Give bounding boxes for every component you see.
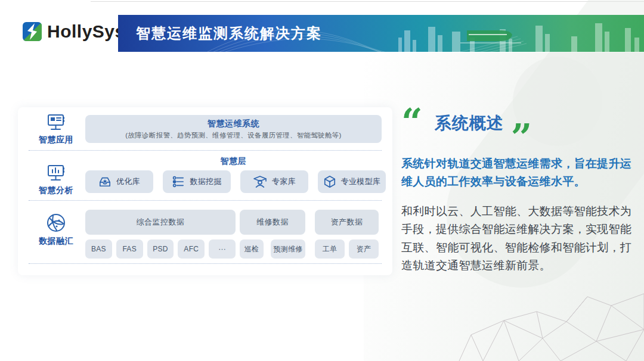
cube-icon (323, 175, 336, 188)
monitor-dashboard-icon (46, 113, 66, 132)
open-quote-icon: “ (401, 104, 423, 141)
layer-title: 智慧层 (85, 156, 382, 167)
box-label: 专业模型库 (341, 176, 381, 187)
row-data-fusion: 数据融汇 (30, 212, 82, 247)
asset-data-sources: 工单 资产 (315, 239, 379, 259)
polygon-mesh-decoration (447, 286, 644, 361)
close-quote-icon: ” (511, 119, 532, 156)
group-title: 综合监控数据 (137, 217, 184, 228)
source-box: AFC (178, 239, 205, 259)
slide-canvas: HollySys (0, 0, 644, 361)
sliders-icon (172, 176, 185, 188)
smart-om-system-box: 智慧运维系统 (故障诊断报警、趋势预测、维修管理、设备履历管理、智能驾驶舱等) (85, 115, 382, 143)
overview-title: 系统概述 (435, 112, 504, 135)
dotted-divider (29, 150, 382, 151)
source-box: 资产 (349, 239, 379, 259)
dotted-divider (29, 263, 382, 264)
model-library-box: 专业模型库 (318, 170, 386, 193)
overview-paragraph-body: 和利时以云、人工智能、大数据等智能技术为手段，提供综合智能运维解决方案，实现智能… (401, 203, 635, 275)
graduate-icon (253, 176, 267, 188)
box-label: 专家库 (272, 176, 296, 187)
tray-star-icon (98, 176, 112, 188)
hollysys-logo-icon (23, 22, 42, 41)
row-smart-analysis: 智慧分析 (30, 164, 82, 196)
row-label: 智慧分析 (39, 185, 73, 196)
row-label: 智慧应用 (39, 135, 73, 145)
source-box: 工单 (315, 239, 345, 259)
row-smart-application: 智慧应用 (30, 113, 82, 145)
overview-paragraph-highlight: 系统针对轨道交通智慧运维需求，旨在提升运维人员的工作效率与设备运维水平。 (401, 155, 635, 191)
expert-library-box: 专家库 (240, 170, 308, 193)
header-title-bar: 智慧运维监测系统解决方案 (118, 15, 644, 52)
maintenance-data-sources: 巡检 预测维修 (240, 239, 305, 259)
optimization-library-box: 优化库 (85, 170, 153, 193)
hollysys-logo: HollySys (23, 21, 125, 42)
asset-data-box: 资产数据 (315, 210, 379, 235)
monitor-chart-icon (46, 164, 66, 183)
monitoring-data-box: 综合监控数据 (85, 210, 236, 235)
source-box: FAS (116, 239, 143, 259)
box-label: 优化库 (116, 176, 140, 187)
maintenance-data-box: 维修数据 (240, 210, 305, 235)
dotted-divider (29, 200, 382, 201)
group-title: 资产数据 (331, 217, 363, 228)
box-note: (故障诊断报警、趋势预测、维修管理、设备履历管理、智能驾驶舱等) (125, 131, 341, 140)
page-title: 智慧运维监测系统解决方案 (136, 15, 322, 52)
box-label: 数据挖掘 (190, 176, 221, 187)
logo-text: HollySys (47, 21, 125, 42)
overview-heading: “ 系统概述 ” (401, 106, 635, 141)
globe-network-icon (45, 212, 67, 234)
source-box: BAS (85, 239, 112, 259)
source-box: 预测维修 (271, 239, 305, 259)
group-title: 维修数据 (256, 217, 289, 228)
system-overview-section: “ 系统概述 ” 系统针对轨道交通智慧运维需求，旨在提升运维人员的工作效率与设备… (401, 106, 635, 286)
source-box: 巡检 (240, 239, 264, 259)
top-divider-line (91, 1, 644, 2)
row-label: 数据融汇 (39, 236, 73, 247)
data-mining-box: 数据挖掘 (163, 170, 231, 193)
architecture-diagram: 智慧应用 智慧运维系统 (故障诊断报警、趋势预测、维修管理、设备履历管理、智能驾… (18, 107, 392, 275)
source-box: ··· (209, 239, 236, 259)
monitoring-data-sources: BAS FAS PSD AFC ··· (85, 239, 236, 259)
source-box: PSD (147, 239, 174, 259)
analysis-boxes: 优化库 数据挖掘 (85, 170, 386, 193)
box-title: 智慧运维系统 (208, 119, 259, 129)
